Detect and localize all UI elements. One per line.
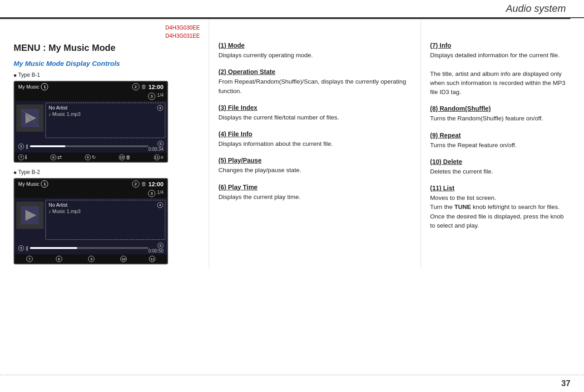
s2-heading: (2) Operation State bbox=[218, 68, 407, 75]
b1-circle-4: 4 bbox=[157, 105, 163, 111]
s4-heading: (4) File Info bbox=[218, 130, 407, 138]
b1-artist: No Artist bbox=[49, 105, 162, 110]
section-list: (11) List Moves to the list screen.Turn … bbox=[430, 184, 570, 230]
section-mode: (1) Mode Displays currently operating mo… bbox=[218, 42, 407, 60]
display-b1: My Music 1 2 🗑 12:00 3 1/4 bbox=[14, 81, 168, 163]
b2-circle-5: 5 bbox=[18, 245, 24, 251]
b1-circle-9: 9 bbox=[85, 154, 91, 160]
b2-btn-list: 11 List bbox=[149, 256, 155, 264]
b2-circle-2: 2 bbox=[132, 180, 139, 188]
s8-heading: (8) Random(Shuffle) bbox=[430, 105, 570, 112]
b1-file-index: 1/4 bbox=[157, 93, 163, 100]
s10-heading: (10) Delete bbox=[430, 158, 570, 165]
b1-mode-label: My Music bbox=[18, 84, 39, 89]
b2-play-time: 0:00:50 bbox=[148, 248, 163, 253]
section-repeat: (9) Repeat Turns the Repeat feature on/o… bbox=[430, 132, 570, 150]
b2-filename: ♪ Music 1.mp3 bbox=[49, 208, 162, 214]
file-info-b2: No Artist ♪ Music 1.mp3 4 bbox=[45, 200, 165, 240]
s9-heading: (9) Repeat bbox=[430, 132, 570, 139]
display-b2: My Music 1 2 🗑 12:00 3 1/4 bbox=[14, 178, 168, 264]
b2-progress-bar bbox=[30, 247, 148, 249]
s7-body: Displays detailed information for the cu… bbox=[430, 51, 570, 97]
page-footer: 37 bbox=[0, 375, 584, 392]
info-icon: ℹ bbox=[25, 154, 27, 160]
b1-circle-7: 7 bbox=[18, 154, 24, 160]
s3-heading: (3) File Index bbox=[218, 104, 407, 111]
trash-icon: 🗑 bbox=[141, 84, 147, 90]
left-column: D4H3G030EE D4H3G031EE MENU : My Music Mo… bbox=[0, 19, 209, 269]
b2-time: 12:00 bbox=[148, 181, 163, 188]
section-play-time: (6) Play Time Displays the current play … bbox=[218, 184, 407, 202]
b2-btn-shuffle: 8 Shuffle bbox=[53, 256, 65, 264]
b2-circle-7: 7 bbox=[26, 256, 33, 262]
s5-body: Changes the play/pause state. bbox=[218, 166, 407, 175]
s2-body: From Repeat/Random(Shuffle)/Scan, displa… bbox=[218, 77, 407, 96]
s8-body: Turns the Random(Shuffle) feature on/off… bbox=[430, 114, 570, 123]
display-b2-topbar: My Music 1 2 🗑 12:00 bbox=[15, 179, 167, 189]
b2-play-pause: || bbox=[26, 246, 28, 251]
right-column: (7) Info Displays detailed information f… bbox=[421, 19, 584, 269]
b2-circle-10: 10 bbox=[120, 256, 127, 262]
b2-btn-repeat: 9 Repeat bbox=[85, 256, 98, 264]
s6-heading: (6) Play Time bbox=[218, 184, 407, 191]
type-b2-label: Type B-2 bbox=[14, 169, 200, 175]
b1-circle-2: 2 bbox=[132, 83, 139, 90]
main-content: D4H3G030EE D4H3G031EE MENU : My Music Mo… bbox=[0, 19, 584, 269]
b1-progress-bar bbox=[30, 145, 148, 147]
s1-heading: (1) Mode bbox=[218, 42, 407, 49]
section-play-pause: (5) Play/Pause Changes the play/pause st… bbox=[218, 157, 407, 175]
file-info-b1: No Artist ♪ Music 1.mp3 4 bbox=[45, 103, 165, 138]
s6-body: Displays the current play time. bbox=[218, 193, 407, 202]
b2-circle-9: 9 bbox=[88, 256, 94, 262]
b1-time: 12:00 bbox=[148, 84, 163, 90]
b1-circle-11: 11 bbox=[154, 154, 160, 160]
b1-circle-5: 5 bbox=[18, 144, 24, 149]
page-header: Audio system bbox=[0, 0, 584, 18]
s1-body: Displays currently operating mode. bbox=[218, 51, 407, 60]
b2-circle-8: 8 bbox=[56, 256, 62, 262]
b1-circle-6: 6 bbox=[158, 141, 163, 147]
s10-body: Deletes the current file. bbox=[430, 167, 570, 176]
b1-circle-8: 8 bbox=[50, 154, 56, 160]
section-subtitle: My Music Mode Display Controls bbox=[14, 60, 200, 67]
s11-body: Moves to the list screen.Turn the TUNE k… bbox=[430, 194, 570, 230]
section-file-index: (3) File Index Displays the current file… bbox=[218, 104, 407, 122]
album-art-b2 bbox=[16, 202, 44, 229]
b1-circle-3: 3 bbox=[148, 93, 155, 100]
b2-mode-label: My Music bbox=[18, 181, 39, 187]
section-delete: (10) Delete Deletes the current file. bbox=[430, 158, 570, 176]
b1-play-time: 0:00:34 bbox=[148, 147, 163, 152]
s4-body: Displays information about the current f… bbox=[218, 139, 407, 149]
b2-circle-11: 11 bbox=[149, 256, 155, 262]
b2-btn-info: 7 Info bbox=[26, 256, 33, 264]
b2-circle-4: 4 bbox=[157, 202, 163, 208]
list-icon: ≡ bbox=[161, 154, 163, 160]
s11-heading: (11) List bbox=[430, 184, 570, 192]
b2-circle-6: 6 bbox=[158, 243, 163, 248]
middle-column: (1) Mode Displays currently operating mo… bbox=[209, 19, 421, 269]
s9-body: Turns the Repeat feature on/off. bbox=[430, 141, 570, 150]
b2-artist: No Artist bbox=[49, 202, 162, 208]
section-shuffle: (8) Random(Shuffle) Turns the Random(Shu… bbox=[430, 105, 570, 123]
section-info: (7) Info Displays detailed information f… bbox=[430, 42, 570, 97]
doc-code-2: D4H3G031EE bbox=[14, 32, 200, 40]
doc-code-1: D4H3G030EE bbox=[14, 24, 200, 32]
b2-btn-delete: 10 Delete bbox=[118, 256, 129, 264]
b1-filename: ♪ Music 1.mp3 bbox=[49, 111, 162, 117]
tune-bold: TUNE bbox=[455, 203, 471, 210]
s7-heading: (7) Info bbox=[430, 42, 570, 49]
menu-title: MENU : My Music Mode bbox=[14, 43, 200, 53]
album-art-b1 bbox=[16, 104, 44, 132]
s5-heading: (5) Play/Pause bbox=[218, 157, 407, 164]
shuffle-icon: ⇄ bbox=[57, 154, 62, 160]
s3-body: Displays the current file/total number o… bbox=[218, 113, 407, 122]
page-title: Audio system bbox=[506, 3, 566, 15]
b1-circle-10: 10 bbox=[119, 154, 125, 160]
b2-circle-1: 1 bbox=[41, 180, 48, 188]
section-operation-state: (2) Operation State From Repeat/Random(S… bbox=[218, 68, 407, 96]
section-file-info: (4) File Info Displays information about… bbox=[218, 130, 407, 149]
b2-file-index: 1/4 bbox=[157, 190, 163, 197]
delete-icon: 🗑 bbox=[126, 154, 131, 160]
b1-circle-1: 1 bbox=[41, 83, 48, 90]
page-number: 37 bbox=[561, 379, 570, 388]
